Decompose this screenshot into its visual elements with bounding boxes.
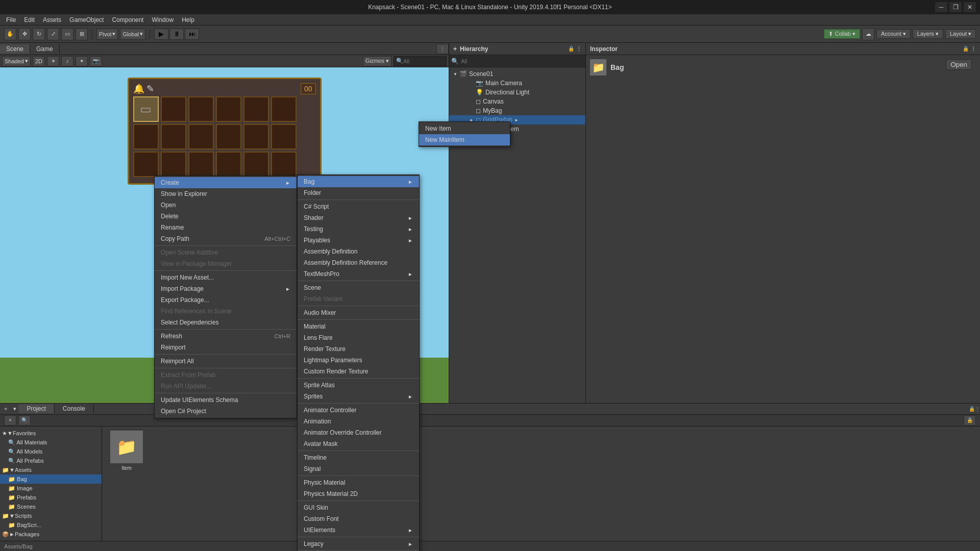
- hand-tool-button[interactable]: ✋: [4, 28, 16, 40]
- bottom-panel-lock[interactable]: 🔒: [969, 406, 975, 412]
- ctx-rename[interactable]: Rename: [155, 222, 297, 233]
- hier-item-maincamera[interactable]: 📷 Main Camera: [449, 79, 585, 88]
- pivot-dropdown[interactable]: Pivot ▾: [96, 29, 118, 40]
- tree-bag[interactable]: 📁 Bag: [0, 474, 102, 484]
- tree-prefabs[interactable]: 📁 Prefabs: [0, 493, 102, 502]
- ctx-assembly-def-ref[interactable]: Assembly Definition Reference: [298, 257, 419, 268]
- restore-button[interactable]: ❐: [949, 2, 962, 12]
- menu-window[interactable]: Window: [148, 15, 178, 24]
- tab-scene[interactable]: Scene: [0, 44, 30, 54]
- ctx-open[interactable]: Open: [155, 199, 297, 211]
- ctx-render-texture[interactable]: Render Texture: [298, 343, 419, 355]
- tree-image[interactable]: 📁 Image: [0, 484, 102, 493]
- step-button[interactable]: ⏭: [185, 29, 199, 40]
- menu-edit[interactable]: Edit: [20, 15, 39, 24]
- tree-assets[interactable]: 📁 ▼ Assets: [0, 465, 102, 474]
- ctx-create[interactable]: Create ►: [155, 177, 297, 188]
- tree-scripts[interactable]: 📁 ▼ Scripts: [0, 511, 102, 520]
- scene-search-input[interactable]: [403, 58, 444, 64]
- tree-all-models[interactable]: 🔍 All Models: [0, 447, 102, 456]
- ctx-select-deps[interactable]: Select Dependencies: [155, 317, 297, 328]
- scene-panel-more[interactable]: ⋮: [436, 44, 449, 54]
- pause-button[interactable]: ⏸: [169, 29, 184, 40]
- fx-btn[interactable]: ✦: [76, 56, 88, 66]
- rect-tool-button[interactable]: ▭: [61, 28, 74, 40]
- ctx-reimport-all[interactable]: Reimport All: [155, 356, 297, 367]
- scene-camera-btn[interactable]: 📷: [90, 56, 102, 66]
- ctx-bag-item[interactable]: Bag ►: [298, 176, 419, 187]
- collab-button[interactable]: ⬆ Collab ▾: [824, 29, 860, 39]
- tree-all-materials[interactable]: 🔍 All Materials: [0, 438, 102, 447]
- rotate-tool-button[interactable]: ↻: [33, 28, 45, 40]
- cloud-button[interactable]: ☁: [862, 28, 874, 40]
- ctx-physic-material[interactable]: Physic Material: [298, 477, 419, 488]
- ctx-scene[interactable]: Scene: [298, 282, 419, 293]
- ctx-new-mainitem[interactable]: New MainItem: [419, 134, 510, 145]
- ctx-legacy[interactable]: Legacy ►: [298, 538, 419, 549]
- layers-button[interactable]: Layers ▾: [913, 29, 943, 39]
- ctx-show-explorer[interactable]: Show in Explorer: [155, 188, 297, 199]
- ctx-export-package[interactable]: Export Package...: [155, 294, 297, 306]
- inspector-open-button[interactable]: Open: [946, 59, 972, 70]
- ctx-uielements[interactable]: UIElements ►: [298, 524, 419, 536]
- file-item-bag[interactable]: 📁 Item: [106, 431, 147, 471]
- ctx-reimport[interactable]: Reimport: [155, 342, 297, 353]
- ctx-animator-ctrl[interactable]: Animator Controller: [298, 405, 419, 416]
- ctx-audio-mixer[interactable]: Audio Mixer: [298, 307, 419, 318]
- lighting-btn[interactable]: ☀: [47, 56, 59, 66]
- bottom-add-btn[interactable]: +: [0, 406, 11, 412]
- transform-tool-button[interactable]: ⊞: [76, 28, 88, 40]
- tree-packages[interactable]: 📦 ► Packages: [0, 530, 102, 539]
- account-button[interactable]: Account ▾: [876, 29, 911, 39]
- play-button[interactable]: ▶: [154, 29, 168, 40]
- ctx-folder[interactable]: Folder: [298, 187, 419, 198]
- ctx-delete[interactable]: Delete: [155, 211, 297, 222]
- ctx-animation[interactable]: Animation: [298, 416, 419, 427]
- menu-file[interactable]: File: [2, 15, 20, 24]
- create-btn[interactable]: +: [4, 415, 16, 425]
- audio-btn[interactable]: ♪: [61, 56, 74, 66]
- ctx-import-package[interactable]: Import Package ►: [155, 283, 297, 294]
- gizmos-dropdown[interactable]: Gizmos ▾: [363, 56, 391, 66]
- search-btn[interactable]: 🔍: [18, 415, 31, 425]
- hier-item-canvas[interactable]: ◻ Canvas: [449, 97, 585, 106]
- shading-dropdown[interactable]: Shaded▾: [2, 56, 31, 66]
- menu-component[interactable]: Component: [108, 15, 148, 24]
- ctx-csharp[interactable]: C# Script: [298, 201, 419, 212]
- menu-gameobject[interactable]: GameObject: [65, 15, 108, 24]
- tree-scenes[interactable]: 📁 Scenes: [0, 502, 102, 511]
- minimize-button[interactable]: ─: [935, 2, 947, 12]
- ctx-assembly-def[interactable]: Assembly Definition: [298, 246, 419, 257]
- scene-search[interactable]: 🔍: [394, 56, 447, 66]
- ctx-signal[interactable]: Signal: [298, 463, 419, 474]
- hierarchy-lock-icon[interactable]: 🔒: [568, 46, 574, 52]
- ctx-import-new[interactable]: Import New Asset...: [155, 272, 297, 283]
- mode-2d-dropdown[interactable]: 2D: [33, 56, 45, 66]
- hierarchy-search-input[interactable]: [461, 58, 583, 64]
- scale-tool-button[interactable]: ⤢: [47, 28, 59, 40]
- ctx-playables[interactable]: Playables ►: [298, 235, 419, 246]
- ctx-lightmap-params[interactable]: Lightmap Parameters: [298, 355, 419, 366]
- ctx-custom-render-texture[interactable]: Custom Render Texture: [298, 366, 419, 377]
- tree-favorites[interactable]: ★ ▼ Favorites: [0, 429, 102, 438]
- layout-button[interactable]: Layout ▾: [945, 29, 976, 39]
- ctx-refresh[interactable]: Refresh Ctrl+R: [155, 331, 297, 342]
- hier-item-scene01[interactable]: ▼ 🎬 Scene01: [449, 69, 585, 79]
- ctx-open-csharp[interactable]: Open C# Project: [155, 406, 297, 417]
- ctx-lens-flare[interactable]: Lens Flare: [298, 332, 419, 343]
- ctx-animator-override[interactable]: Animator Override Controller: [298, 427, 419, 438]
- bottom-more-btn[interactable]: ▾: [11, 406, 18, 412]
- hierarchy-add-icon[interactable]: +: [453, 45, 457, 53]
- ctx-copy-path[interactable]: Copy Path Alt+Ctrl+C: [155, 233, 297, 244]
- hier-item-mybag[interactable]: ◻ MyBag: [449, 106, 585, 115]
- ctx-physics-2d[interactable]: Physics Material 2D: [298, 488, 419, 499]
- hierarchy-more-icon[interactable]: ⋮: [576, 46, 581, 52]
- tab-console[interactable]: Console: [55, 404, 94, 413]
- menu-help[interactable]: Help: [178, 15, 199, 24]
- tab-game[interactable]: Game: [30, 44, 60, 54]
- ctx-timeline[interactable]: Timeline: [298, 452, 419, 463]
- ctx-new-item[interactable]: New Item: [419, 123, 510, 134]
- inspector-more-icon[interactable]: ⋮: [971, 46, 976, 52]
- ctx-update-uielements[interactable]: Update UIElements Schema: [155, 394, 297, 406]
- ctx-sprites[interactable]: Sprites ►: [298, 391, 419, 402]
